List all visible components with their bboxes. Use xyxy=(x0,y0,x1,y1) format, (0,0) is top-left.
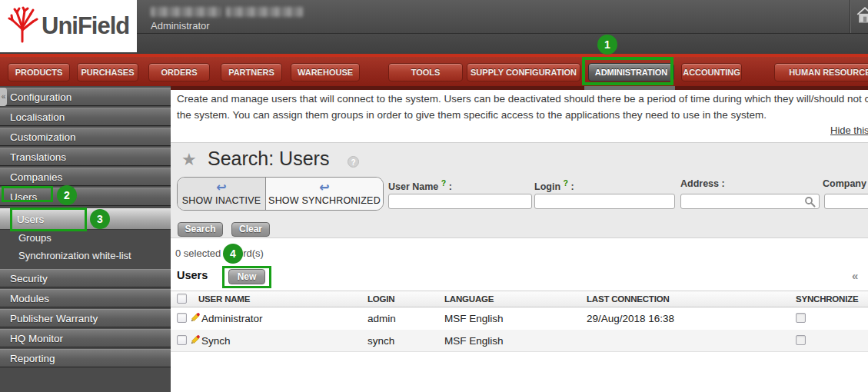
star-icon[interactable]: ★ xyxy=(181,150,197,170)
cell-login: synch xyxy=(367,335,394,347)
tab-products[interactable]: PRODUCTS xyxy=(8,63,70,81)
annotation-step-badge: 1 xyxy=(597,35,617,55)
column-header-language[interactable]: LANGUAGE xyxy=(444,294,494,304)
annotation-step-badge: 4 xyxy=(223,244,243,264)
sidebar-item-security[interactable]: Security xyxy=(0,269,171,287)
cell-language: MSF English xyxy=(444,335,504,347)
cell-user-name: Administrator xyxy=(201,313,263,324)
sidebar-item-companies[interactable]: Companies xyxy=(0,168,171,186)
user-name-input[interactable] xyxy=(388,194,532,209)
tab-administration[interactable]: ADMINISTRATION xyxy=(588,63,674,81)
sidebar-item-publisher-warranty[interactable]: Publisher Warranty xyxy=(0,309,171,327)
header-divider xyxy=(850,0,851,33)
page-description-line2: the system. You can assign them groups i… xyxy=(177,109,767,121)
synchronize-checkbox[interactable] xyxy=(796,313,806,323)
unifield-logo: UniField xyxy=(0,0,137,52)
redacted-instance-name xyxy=(151,7,221,17)
redacted-database-name xyxy=(226,7,303,17)
tab-tools[interactable]: TOOLS xyxy=(388,63,463,81)
row-checkbox[interactable] xyxy=(177,335,187,345)
tab-warehouse[interactable]: WAREHOUSE xyxy=(291,63,360,81)
help-icon[interactable]: ? xyxy=(348,156,359,168)
company-label: Company : xyxy=(823,178,868,189)
sidebar-item-translations[interactable]: Translations xyxy=(0,148,171,166)
tab-supply-configuration[interactable]: SUPPLY CONFIGURATION xyxy=(467,63,580,81)
column-header-synchronize[interactable]: SYNCHRONIZE xyxy=(796,294,859,304)
login-label: Login ? : xyxy=(534,178,574,192)
user-name-label: User Name ? : xyxy=(388,178,452,192)
cell-last-connection: 29/Aug/2018 16:38 xyxy=(587,313,674,324)
table-row[interactable]: Administrator admin MSF English 29/Aug/2… xyxy=(171,307,868,330)
user-role-label: Administrator xyxy=(151,20,210,32)
column-header-user-name[interactable]: USER NAME xyxy=(198,294,250,304)
row-checkbox[interactable] xyxy=(177,313,187,323)
selection-status: 0 selected record(s) xyxy=(175,247,264,259)
show-inactive-label: SHOW INACTIVE xyxy=(182,195,261,206)
address-input[interactable] xyxy=(680,194,820,209)
sidebar-subitem-synchronization-white-list[interactable]: Synchronization white-list xyxy=(0,249,171,263)
field-help-mark: ? xyxy=(564,178,568,188)
unifield-window: UniField Administrator PRODUCTS PURCHASE… xyxy=(0,0,868,392)
annotation-step-badge: 3 xyxy=(90,209,110,229)
annotation-step-badge: 2 xyxy=(57,185,77,205)
sidebar-subitem-groups[interactable]: Groups xyxy=(0,231,171,245)
sidebar-item-reporting[interactable]: Reporting xyxy=(0,349,171,367)
show-synchronized-label: SHOW SYNCHRONIZED xyxy=(268,195,381,206)
cell-language: MSF English xyxy=(444,313,504,324)
new-button[interactable]: New xyxy=(228,269,265,284)
home-icon[interactable] xyxy=(855,5,868,28)
sidebar-item-localisation[interactable]: Localisation xyxy=(0,108,171,126)
column-header-last-connection[interactable]: LAST CONNECTION xyxy=(587,294,670,304)
company-input[interactable] xyxy=(824,194,868,209)
clear-button[interactable]: Clear xyxy=(231,222,270,237)
edit-pencil-icon[interactable] xyxy=(189,334,201,349)
list-title: Users xyxy=(177,269,208,281)
collapse-columns-icon[interactable]: « xyxy=(852,269,858,282)
undo-arrow-icon: ↩ xyxy=(319,181,329,194)
hide-this-tip-link[interactable]: Hide this tip xyxy=(830,125,868,136)
filter-toggle-group: ↩ SHOW INACTIVE ↩ SHOW SYNCHRONIZED xyxy=(177,177,384,211)
undo-arrow-icon: ↩ xyxy=(216,181,226,194)
search-icon[interactable] xyxy=(804,196,816,208)
column-header-login[interactable]: LOGIN xyxy=(367,294,394,304)
address-label: Address : xyxy=(680,178,725,189)
select-all-checkbox[interactable] xyxy=(177,294,187,304)
page-description-line1: Create and manage users that will connec… xyxy=(177,93,868,105)
sidebar-item-customization[interactable]: Customization xyxy=(0,128,171,146)
tab-purchases[interactable]: PURCHASES xyxy=(77,63,138,81)
tab-human-resources[interactable]: HUMAN RESOURCES xyxy=(774,63,868,81)
edit-pencil-icon[interactable] xyxy=(189,311,201,327)
field-help-mark: ? xyxy=(441,178,446,188)
tab-accounting[interactable]: ACCOUNTING xyxy=(681,63,742,81)
sidebar-item-hq-monitor[interactable]: HQ Monitor xyxy=(0,329,171,347)
login-input[interactable] xyxy=(534,194,675,209)
sidebar-item-users[interactable]: Users xyxy=(0,188,171,206)
cell-user-name: Synch xyxy=(201,335,231,347)
search-button[interactable]: Search xyxy=(178,222,223,237)
synchronize-checkbox[interactable] xyxy=(796,335,806,345)
sidebar-item-modules[interactable]: Modules xyxy=(0,289,171,307)
table-row[interactable]: Synch synch MSF English xyxy=(171,330,868,352)
show-inactive-button[interactable]: ↩ SHOW INACTIVE xyxy=(178,178,266,210)
show-synchronized-button[interactable]: ↩ SHOW SYNCHRONIZED xyxy=(266,178,383,210)
sidebar-subitem-users-selected[interactable]: Users xyxy=(0,208,171,230)
cell-login: admin xyxy=(367,313,396,324)
page-title: Search: Users xyxy=(208,148,329,170)
sidebar-item-configuration[interactable]: Configuration xyxy=(0,88,171,106)
tab-orders[interactable]: ORDERS xyxy=(148,63,210,81)
sidebar-collapse-handle[interactable]: « xyxy=(0,88,7,106)
unifield-tree-icon xyxy=(6,6,38,46)
tab-partners[interactable]: PARTNERS xyxy=(221,63,282,81)
app-name: UniField xyxy=(42,12,129,40)
table-header-row: USER NAME LOGIN LANGUAGE LAST CONNECTION… xyxy=(171,291,868,307)
